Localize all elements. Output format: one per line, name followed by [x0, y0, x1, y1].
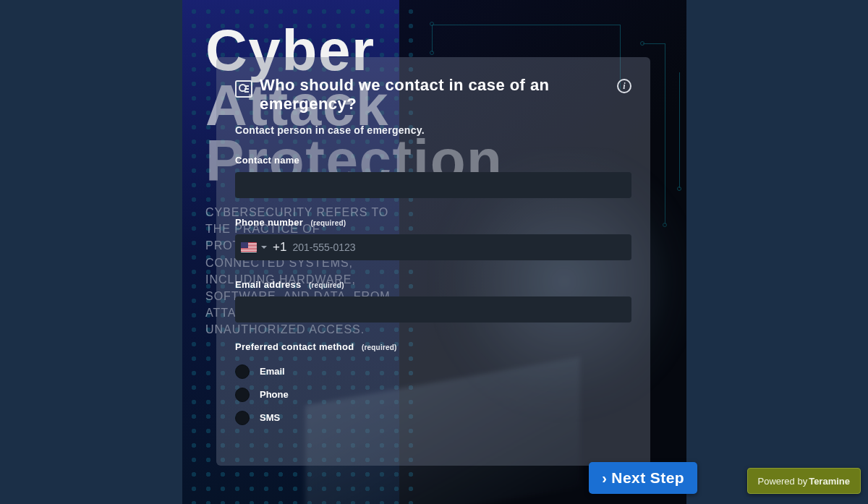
dial-code: +1 [273, 240, 286, 255]
radio-option-email[interactable]: Email [235, 360, 631, 383]
contact-name-input[interactable] [235, 172, 631, 198]
phone-label: Phone number [235, 217, 303, 228]
radio-icon [235, 364, 250, 379]
phone-input-row: +1 [235, 234, 631, 260]
method-radio-group: Email Phone SMS [235, 360, 631, 430]
phone-input[interactable] [292, 234, 631, 260]
phone-required: (required) [311, 219, 346, 227]
method-label: Preferred contact method [235, 341, 354, 352]
field-email: Email address (required) [235, 278, 631, 323]
field-method: Preferred contact method (required) Emai… [235, 340, 631, 430]
next-step-button[interactable]: › Next Step [589, 462, 697, 494]
method-required: (required) [362, 343, 397, 351]
email-label: Email address [235, 279, 302, 290]
badge-prefix: Powered by [758, 476, 808, 487]
contact-card-icon [235, 80, 252, 98]
us-flag-icon[interactable] [241, 242, 257, 252]
radio-label: SMS [260, 412, 280, 423]
email-required: (required) [309, 281, 344, 289]
radio-icon [235, 411, 250, 425]
emergency-contact-panel: Who should we contact in case of an emer… [216, 57, 650, 466]
panel-header: Who should we contact in case of an emer… [235, 76, 631, 114]
contact-name-label: Contact name [235, 155, 299, 166]
chevron-right-icon: › [602, 471, 607, 485]
panel-subtitle: Contact person in case of emergency. [235, 124, 631, 136]
radio-label: Phone [260, 389, 289, 400]
info-icon[interactable]: i [617, 79, 631, 93]
field-contact-name: Contact name [235, 153, 631, 198]
panel-title: Who should we contact in case of an emer… [260, 76, 571, 114]
email-input[interactable] [235, 296, 631, 323]
radio-icon [235, 388, 250, 402]
field-phone: Phone number (required) +1 [235, 215, 631, 260]
powered-by-badge[interactable]: Powered by Teramine [747, 468, 861, 494]
radio-option-sms[interactable]: SMS [235, 406, 631, 430]
chevron-down-icon[interactable] [261, 246, 267, 249]
next-step-label: Next Step [611, 469, 684, 487]
badge-brand: Teramine [809, 476, 850, 487]
radio-label: Email [260, 366, 285, 377]
radio-option-phone[interactable]: Phone [235, 383, 631, 406]
